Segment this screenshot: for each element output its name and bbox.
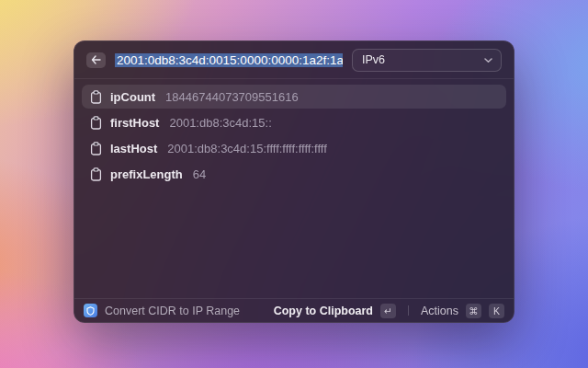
back-button[interactable]	[86, 52, 106, 68]
selected-input-text: 2001:0db8:3c4d:0015:0000:0000:1a2f:1a2b/…	[115, 53, 343, 67]
search-header: 2001:0db8:3c4d:0015:0000:0000:1a2f:1a2b/…	[74, 41, 514, 79]
result-value: 18446744073709551616	[165, 90, 299, 104]
actions-button[interactable]: Actions	[421, 305, 458, 317]
result-value: 2001:db8:3c4d:15:ffff:ffff:ffff:ffff	[167, 142, 327, 155]
clipboard-icon	[90, 142, 102, 155]
copy-to-clipboard-button[interactable]: Copy to Clipboard	[274, 305, 373, 317]
ip-version-dropdown[interactable]: IPv6	[352, 49, 502, 72]
result-label: firstHost	[110, 116, 159, 130]
footer-divider	[408, 305, 409, 316]
command-key-icon: ⌘	[466, 304, 481, 318]
clipboard-icon	[90, 90, 102, 104]
raycast-window: 2001:0db8:3c4d:0015:0000:0000:1a2f:1a2b/…	[74, 40, 514, 323]
return-key-icon: ↵	[380, 304, 396, 318]
result-label: prefixLength	[110, 167, 183, 181]
result-value: 64	[193, 167, 206, 181]
chevron-down-icon	[484, 53, 492, 66]
action-bar: Convert CIDR to IP Range Copy to Clipboa…	[74, 298, 514, 322]
k-key-icon: K	[489, 304, 504, 318]
command-title: Convert CIDR to IP Range	[105, 305, 240, 317]
extension-icon	[84, 304, 97, 317]
clipboard-icon	[90, 116, 102, 130]
list-item-prefixlength[interactable]: prefixLength 64	[82, 162, 506, 186]
dropdown-value: IPv6	[362, 53, 385, 66]
result-label: ipCount	[110, 90, 155, 104]
cidr-input[interactable]: 2001:0db8:3c4d:0015:0000:0000:1a2f:1a2b/…	[115, 53, 343, 67]
results-list: ipCount 18446744073709551616 firstHost 2…	[74, 79, 514, 298]
result-label: lastHost	[110, 142, 157, 155]
clipboard-icon	[90, 167, 102, 181]
list-item-ipcount[interactable]: ipCount 18446744073709551616	[82, 85, 506, 109]
list-item-lasthost[interactable]: lastHost 2001:db8:3c4d:15:ffff:ffff:ffff…	[82, 136, 506, 160]
result-value: 2001:db8:3c4d:15::	[169, 116, 271, 130]
list-item-firsthost[interactable]: firstHost 2001:db8:3c4d:15::	[82, 110, 506, 134]
back-arrow-icon	[91, 52, 101, 68]
